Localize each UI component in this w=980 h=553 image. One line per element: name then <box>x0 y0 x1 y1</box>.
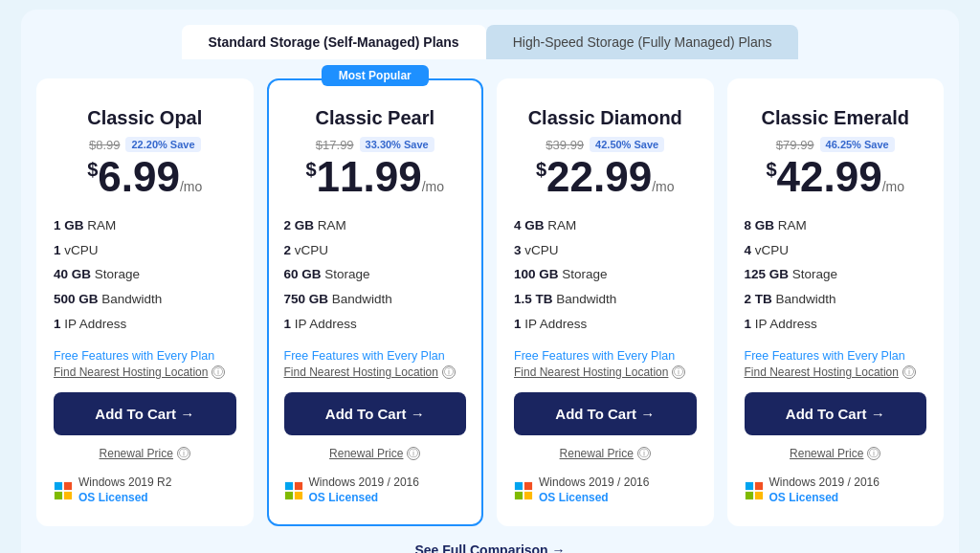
svg-rect-9 <box>524 482 532 490</box>
plan-name-emerald: Classic Emerald <box>745 107 927 129</box>
renewal-row-pearl: Renewal Price ⓘ <box>284 447 467 460</box>
windows-icon-pearl <box>284 481 303 500</box>
svg-rect-14 <box>745 492 752 499</box>
find-location-row-diamond: Find Nearest Hosting Location ⓘ <box>514 365 697 379</box>
spec-item-emerald-0: 8 GB RAM <box>745 213 927 238</box>
spec-item-pearl-1: 2 vCPU <box>284 238 467 263</box>
price-dollar-opal: $ <box>87 159 98 180</box>
svg-rect-10 <box>515 492 523 499</box>
spec-item-emerald-2: 125 GB Storage <box>745 262 927 287</box>
os-line1-pearl: Windows 2019 / 2016 <box>309 476 419 491</box>
spec-item-diamond-1: 3 vCPU <box>514 238 697 263</box>
os-row-pearl: Windows 2019 / 2016 OS Licensed <box>284 476 467 505</box>
svg-rect-2 <box>55 492 62 499</box>
plan-name-opal: Classic Opal <box>54 107 236 129</box>
find-location-link-opal[interactable]: Find Nearest Hosting Location <box>54 365 208 379</box>
original-price-pearl: $17.99 <box>316 138 354 152</box>
see-comparison-section: See Full Comparison → <box>36 542 944 553</box>
svg-rect-7 <box>294 492 301 499</box>
find-location-row-opal: Find Nearest Hosting Location ⓘ <box>54 365 236 379</box>
plans-grid: Classic Opal $8.99 22.20% Save $6.99/mo … <box>36 78 944 526</box>
save-badge-diamond: 42.50% Save <box>590 137 664 152</box>
find-location-link-pearl[interactable]: Find Nearest Hosting Location <box>284 365 438 379</box>
free-features-link-pearl[interactable]: Free Features with Every Plan <box>284 349 467 363</box>
original-price-emerald: $79.99 <box>776 138 814 152</box>
price-suffix-pearl: /mo <box>422 179 444 194</box>
spec-item-opal-1: 1 vCPU <box>54 238 236 263</box>
os-row-diamond: Windows 2019 / 2016 OS Licensed <box>514 476 697 505</box>
save-badge-pearl: 33.30% Save <box>360 137 434 152</box>
find-location-link-emerald[interactable]: Find Nearest Hosting Location <box>745 365 899 379</box>
pricing-container: Standard Storage (Self-Managed) Plans Hi… <box>21 10 959 553</box>
windows-icon-opal <box>54 481 73 500</box>
plan-card-opal: Classic Opal $8.99 22.20% Save $6.99/mo … <box>36 78 254 526</box>
popular-badge: Most Popular <box>322 65 429 86</box>
svg-rect-15 <box>754 492 762 499</box>
original-price-diamond: $39.99 <box>546 138 584 152</box>
original-price-opal: $8.99 <box>89 138 121 152</box>
find-location-info-icon-diamond[interactable]: ⓘ <box>672 365 685 379</box>
add-to-cart-btn-pearl[interactable]: Add To Cart → <box>284 392 467 435</box>
os-text-pearl: Windows 2019 / 2016 OS Licensed <box>309 476 419 505</box>
find-location-info-icon-opal[interactable]: ⓘ <box>212 365 225 379</box>
spec-item-opal-3: 500 GB Bandwidth <box>54 287 236 312</box>
spec-item-opal-0: 1 GB RAM <box>54 213 236 238</box>
os-text-opal: Windows 2019 R2 OS Licensed <box>78 476 171 505</box>
specs-list-pearl: 2 GB RAM2 vCPU60 GB Storage750 GB Bandwi… <box>284 213 467 336</box>
price-suffix-diamond: /mo <box>652 179 674 194</box>
plan-name-diamond: Classic Diamond <box>514 107 697 129</box>
os-row-emerald: Windows 2019 / 2016 OS Licensed <box>745 476 927 505</box>
windows-icon-diamond <box>514 481 533 500</box>
free-features-link-opal[interactable]: Free Features with Every Plan <box>54 349 236 363</box>
renewal-info-icon-emerald[interactable]: ⓘ <box>867 447 880 460</box>
price-dollar-pearl: $ <box>305 159 316 180</box>
find-location-info-icon-pearl[interactable]: ⓘ <box>442 365 456 379</box>
add-to-cart-btn-emerald[interactable]: Add To Cart → <box>745 392 927 435</box>
plan-name-pearl: Classic Pearl <box>284 107 467 129</box>
tab-highspeed[interactable]: High-Speed Storage (Fully Managed) Plans <box>486 25 799 59</box>
svg-rect-1 <box>64 482 72 490</box>
os-text-emerald: Windows 2019 / 2016 OS Licensed <box>769 476 880 505</box>
svg-rect-3 <box>64 492 72 499</box>
find-location-row-emerald: Find Nearest Hosting Location ⓘ <box>745 365 927 379</box>
renewal-info-icon-diamond[interactable]: ⓘ <box>637 447 651 460</box>
plan-card-diamond: Classic Diamond $39.99 42.50% Save $22.9… <box>497 78 714 526</box>
os-line2-pearl: OS Licensed <box>309 491 419 506</box>
free-features-link-emerald[interactable]: Free Features with Every Plan <box>745 349 927 363</box>
price-amount-opal: 6.99 <box>98 153 180 200</box>
spec-item-diamond-0: 4 GB RAM <box>514 213 697 238</box>
save-badge-emerald: 46.25% Save <box>820 137 895 152</box>
renewal-info-icon-pearl[interactable]: ⓘ <box>407 447 420 460</box>
renewal-price-link-diamond[interactable]: Renewal Price <box>560 447 634 460</box>
main-price-emerald: $42.99/mo <box>745 156 927 198</box>
price-row-opal: $8.99 22.20% Save <box>54 137 236 152</box>
add-to-cart-btn-opal[interactable]: Add To Cart → <box>54 392 236 435</box>
renewal-price-link-emerald[interactable]: Renewal Price <box>790 447 863 460</box>
os-text-diamond: Windows 2019 / 2016 OS Licensed <box>539 476 649 505</box>
os-line1-emerald: Windows 2019 / 2016 <box>769 476 880 491</box>
spec-item-opal-2: 40 GB Storage <box>54 262 236 287</box>
price-row-pearl: $17.99 33.30% Save <box>284 137 467 152</box>
svg-rect-0 <box>55 482 62 490</box>
free-features-link-diamond[interactable]: Free Features with Every Plan <box>514 349 697 363</box>
spec-item-pearl-4: 1 IP Address <box>284 312 467 337</box>
os-line2-opal: OS Licensed <box>78 491 171 506</box>
renewal-info-icon-opal[interactable]: ⓘ <box>177 447 190 460</box>
renewal-price-link-opal[interactable]: Renewal Price <box>100 447 173 460</box>
tab-standard[interactable]: Standard Storage (Self-Managed) Plans <box>182 25 486 59</box>
svg-rect-8 <box>515 482 523 490</box>
svg-rect-12 <box>745 482 752 490</box>
find-location-link-diamond[interactable]: Find Nearest Hosting Location <box>514 365 668 379</box>
add-to-cart-btn-diamond[interactable]: Add To Cart → <box>514 392 697 435</box>
spec-item-emerald-3: 2 TB Bandwidth <box>745 287 927 312</box>
spec-item-opal-4: 1 IP Address <box>54 312 236 337</box>
renewal-price-link-pearl[interactable]: Renewal Price <box>329 447 403 460</box>
find-location-info-icon-emerald[interactable]: ⓘ <box>902 365 916 379</box>
see-full-comparison-link[interactable]: See Full Comparison → <box>414 542 565 553</box>
price-dollar-emerald: $ <box>766 159 776 180</box>
renewal-row-diamond: Renewal Price ⓘ <box>514 447 697 460</box>
svg-rect-5 <box>294 482 301 490</box>
spec-item-emerald-1: 4 vCPU <box>745 238 927 263</box>
svg-rect-6 <box>284 492 292 499</box>
plan-card-emerald: Classic Emerald $79.99 46.25% Save $42.9… <box>727 78 945 526</box>
